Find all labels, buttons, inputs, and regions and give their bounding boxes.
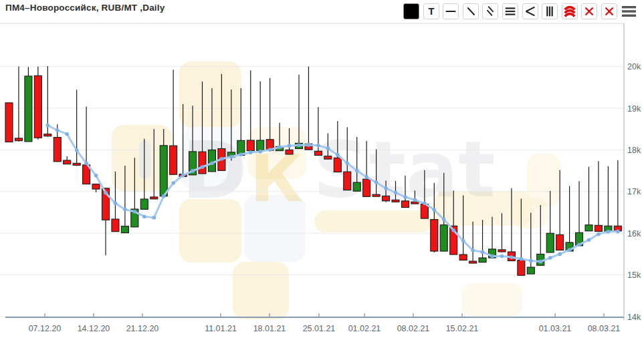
moving-average-dot — [587, 238, 591, 242]
candle-down[interactable] — [372, 194, 380, 196]
candle-down[interactable] — [431, 220, 438, 251]
menu-button[interactable] — [621, 3, 637, 19]
moving-average-dot — [297, 143, 301, 147]
candle-up[interactable] — [160, 146, 167, 196]
y-tick-label: 19k — [627, 104, 641, 114]
candle-down[interactable] — [383, 196, 390, 200]
candle-down[interactable] — [401, 201, 409, 208]
candle-down[interactable] — [324, 156, 332, 159]
candle-down[interactable] — [344, 172, 351, 190]
trend-line-tool-icon — [463, 3, 478, 19]
candle-down[interactable] — [334, 158, 341, 172]
moving-average-dot — [288, 144, 292, 148]
moving-average-dot — [529, 259, 533, 263]
menu-icon — [621, 3, 637, 19]
moving-average-dot — [94, 174, 98, 178]
candle-down[interactable] — [44, 134, 51, 136]
moving-average-dot — [75, 148, 79, 152]
candle-up[interactable] — [257, 140, 264, 150]
moving-average-dot — [394, 191, 398, 195]
vertical-lines-tool-button[interactable] — [542, 3, 558, 19]
candle-down[interactable] — [314, 151, 322, 155]
candle-up[interactable] — [121, 226, 128, 233]
moving-average-dot — [403, 195, 407, 199]
moving-average-dot — [229, 155, 233, 159]
delete-all-button[interactable] — [601, 3, 617, 19]
moving-average-dot — [548, 256, 552, 260]
moving-average-dot — [326, 146, 330, 150]
candle-down[interactable] — [286, 150, 293, 154]
parallel-lines-tool-icon — [483, 3, 498, 19]
candle-down[interactable] — [64, 160, 71, 164]
candle-down[interactable] — [247, 140, 254, 151]
x-tick-label: 15.02.21 — [446, 324, 479, 333]
parallel-lines-tool-button[interactable] — [482, 3, 498, 19]
moving-average-dot — [249, 150, 253, 154]
candle-down[interactable] — [363, 179, 370, 196]
trend-line-tool-button[interactable] — [463, 3, 479, 19]
candle-up[interactable] — [585, 225, 593, 231]
x-tick-label: 11.01.21 — [205, 324, 237, 333]
moving-average-dot — [413, 198, 417, 202]
candle-down[interactable] — [112, 219, 119, 232]
moving-average-dot — [451, 228, 455, 232]
candle-up[interactable] — [527, 267, 534, 274]
candle-up[interactable] — [140, 199, 148, 209]
candle-down[interactable] — [53, 138, 61, 162]
moving-average-dot — [461, 239, 465, 243]
candle-down[interactable] — [34, 75, 41, 138]
candle-down[interactable] — [556, 234, 564, 250]
candle-up[interactable] — [546, 233, 554, 252]
horizontal-line-tool-icon — [443, 3, 458, 19]
candle-down[interactable] — [411, 202, 419, 204]
candle-down[interactable] — [73, 163, 80, 165]
candle-down[interactable] — [92, 184, 100, 189]
candle-down[interactable] — [199, 152, 206, 174]
candle-down[interactable] — [498, 250, 506, 252]
moving-average-dot — [307, 143, 311, 147]
text-tool-button[interactable]: T — [423, 3, 439, 19]
x-tick-label: 08.03.21 — [588, 324, 621, 333]
candle-up[interactable] — [208, 150, 215, 171]
angle-fan-tool-button[interactable] — [522, 3, 538, 19]
moving-average-dot — [423, 201, 427, 205]
moving-average-dot — [538, 260, 542, 264]
moving-average-dot — [56, 128, 60, 132]
y-tick-label: 16k — [627, 229, 641, 238]
moving-average-dot — [433, 208, 437, 212]
vertical-lines-tool-icon — [542, 3, 557, 19]
moving-average-dot — [616, 230, 620, 234]
price-chart-area[interactable]: 20k19k18k17k16k15k14k07.12.2014.12.2021.… — [0, 0, 644, 338]
candle-down[interactable] — [170, 146, 177, 174]
candlestick-chart[interactable]: 20k19k18k17k16k15k14k07.12.2014.12.2021.… — [0, 0, 644, 338]
moving-average-dot — [558, 252, 562, 257]
candle-down[interactable] — [150, 197, 158, 199]
moving-average-dot — [268, 148, 272, 152]
candle-down[interactable] — [15, 138, 22, 141]
moving-average-dot — [181, 174, 185, 178]
delete-selected-button[interactable] — [581, 3, 597, 19]
candle-up[interactable] — [479, 258, 486, 263]
moving-average-dot — [364, 175, 368, 179]
candle-up[interactable] — [25, 76, 32, 142]
x-tick-label: 08.02.21 — [397, 324, 430, 333]
moving-average-dot — [577, 243, 581, 247]
candle-down[interactable] — [392, 200, 399, 202]
candle-down[interactable] — [518, 260, 525, 275]
candle-down[interactable] — [469, 261, 477, 263]
color-swatch-button[interactable] — [403, 3, 419, 19]
y-tick-label: 15k — [627, 271, 641, 280]
chart-title: ПМ4–Новороссийск, RUB/MT ,Daily — [5, 3, 165, 13]
fib-levels-tool-button[interactable] — [502, 3, 518, 19]
candle-down[interactable] — [459, 255, 467, 260]
x-tick-label: 18.01.21 — [253, 324, 286, 333]
arcs-tool-button[interactable] — [562, 3, 578, 19]
candle-up[interactable] — [353, 182, 360, 191]
candle-down[interactable] — [5, 103, 13, 142]
moving-average-dot — [520, 257, 524, 261]
svg-text:T: T — [428, 6, 434, 17]
candle-down[interactable] — [595, 225, 602, 231]
moving-average-dot — [191, 169, 195, 173]
horizontal-line-tool-button[interactable] — [443, 3, 459, 19]
candle-up[interactable] — [440, 225, 447, 251]
